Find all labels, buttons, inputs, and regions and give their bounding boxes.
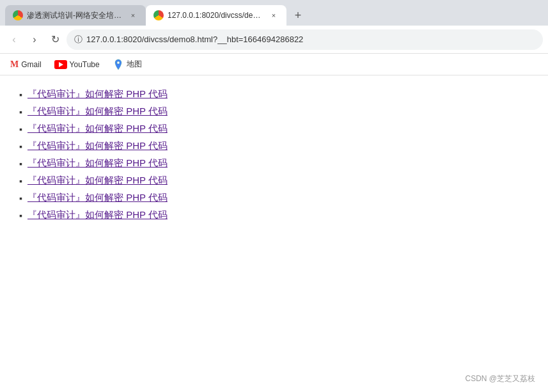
tab2-favicon [153, 10, 164, 20]
link-list: 『代码审计』如何解密 PHP 代码『代码审计』如何解密 PHP 代码『代码审计』… [19, 88, 529, 221]
maps-label: 地图 [127, 59, 142, 70]
link-4[interactable]: 『代码审计』如何解密 PHP 代码 [27, 157, 168, 169]
tab1-favicon [13, 10, 23, 20]
tab-bar: 渗透测试培训-网络安全培训-暗… × 127.0.0.1:8020/divcss… [0, 0, 548, 26]
watermark: CSDN @芝芝又荔枝 [465, 373, 535, 384]
tab-1[interactable]: 渗透测试培训-网络安全培训-暗… × [5, 5, 146, 26]
link-3[interactable]: 『代码审计』如何解密 PHP 代码 [27, 140, 168, 152]
refresh-button[interactable]: ↻ [46, 31, 64, 49]
lock-icon: ⓘ [74, 34, 82, 45]
youtube-icon [54, 60, 67, 69]
browser-chrome: 渗透测试培训-网络安全培训-暗… × 127.0.0.1:8020/divcss… [0, 0, 548, 75]
bookmarks-bar: M Gmail YouTube 地图 [0, 54, 548, 75]
address-bar[interactable]: ⓘ 127.0.0.1:8020/divcss/demo8.html?__hbt… [67, 29, 543, 50]
youtube-play-icon [59, 62, 63, 67]
forward-button[interactable]: › [26, 31, 43, 49]
list-item-1: 『代码审计』如何解密 PHP 代码 [19, 106, 529, 118]
link-6[interactable]: 『代码审计』如何解密 PHP 代码 [27, 192, 168, 204]
tab-2[interactable]: 127.0.0.1:8020/divcss/demo8. × [146, 5, 286, 26]
list-item-0: 『代码审计』如何解密 PHP 代码 [19, 88, 529, 100]
nav-bar: ‹ › ↻ ⓘ 127.0.0.1:8020/divcss/demo8.html… [0, 26, 548, 54]
link-1[interactable]: 『代码审计』如何解密 PHP 代码 [27, 106, 168, 118]
youtube-label: YouTube [70, 60, 100, 69]
maps-icon [113, 59, 124, 70]
link-5[interactable]: 『代码审计』如何解密 PHP 代码 [27, 175, 168, 187]
tab1-close-button[interactable]: × [128, 10, 138, 20]
new-tab-button[interactable]: + [289, 6, 307, 24]
bookmark-gmail[interactable]: M Gmail [5, 58, 47, 72]
list-item-3: 『代码审计』如何解密 PHP 代码 [19, 140, 529, 152]
list-item-7: 『代码审计』如何解密 PHP 代码 [19, 209, 529, 221]
url-display: 127.0.0.1:8020/divcss/demo8.html?__hbt=1… [86, 35, 535, 44]
tab2-close-button[interactable]: × [269, 10, 279, 20]
tab1-title: 渗透测试培训-网络安全培训-暗… [27, 10, 124, 21]
gmail-label: Gmail [21, 60, 41, 69]
link-0[interactable]: 『代码审计』如何解密 PHP 代码 [27, 88, 168, 100]
back-button[interactable]: ‹ [5, 31, 23, 49]
link-2[interactable]: 『代码审计』如何解密 PHP 代码 [27, 123, 168, 135]
list-item-2: 『代码审计』如何解密 PHP 代码 [19, 123, 529, 135]
tab2-title: 127.0.0.1:8020/divcss/demo8. [168, 11, 265, 20]
bookmark-maps[interactable]: 地图 [107, 57, 147, 72]
bookmark-youtube[interactable]: YouTube [49, 58, 105, 71]
gmail-icon: M [10, 59, 19, 70]
link-7[interactable]: 『代码审计』如何解密 PHP 代码 [27, 209, 168, 221]
list-item-6: 『代码审计』如何解密 PHP 代码 [19, 192, 529, 204]
list-item-4: 『代码审计』如何解密 PHP 代码 [19, 157, 529, 169]
page-content: 『代码审计』如何解密 PHP 代码『代码审计』如何解密 PHP 代码『代码审计』… [0, 75, 548, 392]
list-item-5: 『代码审计』如何解密 PHP 代码 [19, 175, 529, 187]
